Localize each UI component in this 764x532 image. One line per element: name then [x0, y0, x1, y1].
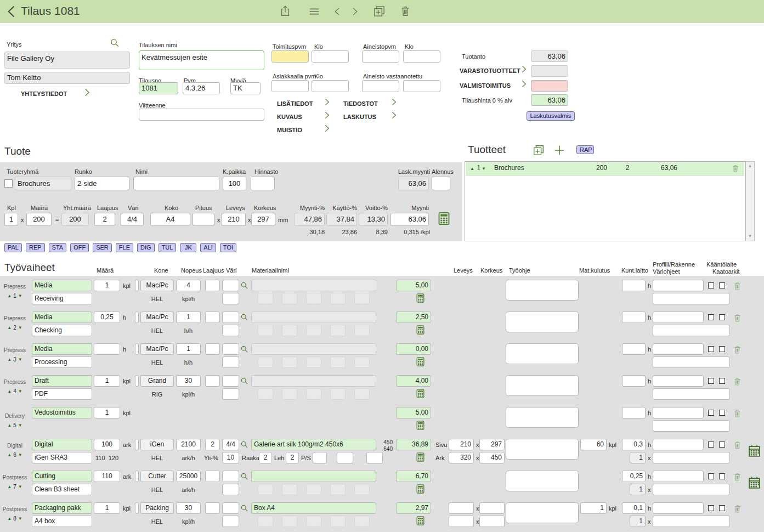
speed-field[interactable]: 1 — [176, 312, 201, 323]
task-name-field[interactable]: A4 box — [32, 516, 92, 527]
color-field[interactable]: 4/4 — [121, 213, 144, 226]
material-slot[interactable] — [258, 293, 273, 304]
material-slot[interactable] — [282, 293, 297, 304]
material-slot[interactable] — [354, 325, 370, 336]
row-trash-icon[interactable] — [733, 377, 742, 386]
material-field[interactable] — [251, 375, 376, 387]
material-field[interactable] — [251, 312, 376, 323]
material-usage-field[interactable]: 60 — [580, 439, 607, 450]
perfecting-checkbox[interactable] — [708, 314, 714, 320]
profile-field[interactable] — [653, 471, 704, 482]
task-field[interactable]: Vedostoimitus — [32, 407, 92, 418]
rap-button[interactable]: RAP — [576, 145, 594, 154]
extent-field[interactable] — [205, 471, 220, 482]
page-width-field[interactable] — [449, 502, 474, 514]
row-calculator-icon[interactable] — [415, 293, 426, 303]
material-usage-field[interactable]: 1 — [580, 502, 607, 514]
perfecting-checkbox[interactable] — [708, 410, 714, 416]
extra-field[interactable] — [337, 452, 353, 463]
back-icon[interactable] — [4, 4, 19, 19]
price-field[interactable]: 36,89 — [396, 439, 431, 450]
material-search-icon[interactable] — [240, 440, 248, 449]
new-window-icon[interactable] — [373, 5, 386, 18]
material-slot[interactable] — [282, 356, 297, 368]
row-calculator-icon[interactable] — [415, 516, 426, 526]
color-field[interactable] — [222, 343, 239, 355]
move-up-icon[interactable]: ▲ — [7, 389, 12, 394]
contact-field[interactable]: Tom Keltto — [4, 72, 130, 84]
setup-field[interactable] — [622, 343, 646, 355]
category-button-jk[interactable]: JK — [180, 243, 196, 252]
product-move-down-icon[interactable]: ▼ — [482, 166, 486, 171]
profile-field[interactable] — [653, 439, 704, 450]
product-group-field[interactable]: Brochures — [15, 177, 71, 190]
category-button-ali[interactable]: ALI — [200, 243, 216, 252]
qty-field[interactable]: 200 — [26, 213, 52, 226]
files-link[interactable]: TIEDOSTOT — [343, 100, 378, 107]
kpaikka-field[interactable]: 100 — [223, 177, 246, 190]
stock-products-chevron-icon[interactable] — [519, 65, 528, 73]
discount-field[interactable] — [432, 177, 450, 190]
product-list-row[interactable]: ▲ 1 ▼ Brochures 200 2 63,06 — [466, 162, 744, 176]
material-slot[interactable] — [258, 516, 273, 527]
material-slot[interactable] — [354, 293, 370, 304]
material-slot[interactable] — [258, 484, 273, 495]
task-name-field[interactable]: PDF — [32, 388, 92, 400]
material-field[interactable]: Box A4 — [251, 502, 376, 514]
setup-count-field[interactable]: 1 — [630, 452, 646, 463]
material-slot[interactable] — [258, 325, 273, 336]
machine-field[interactable]: iGen — [140, 439, 174, 450]
material-slot[interactable] — [282, 484, 297, 495]
material-field[interactable]: Galerie art silk 100g/m2 450x6 — [251, 439, 376, 450]
row-calculator-icon[interactable] — [415, 356, 426, 367]
description-link[interactable]: KUVAUS — [277, 114, 302, 120]
profile-field[interactable] — [653, 312, 704, 323]
move-down-icon[interactable]: ▼ — [18, 293, 22, 298]
task-name-field[interactable]: Receiving — [32, 293, 92, 304]
page-height-field[interactable] — [479, 502, 505, 514]
material-slot[interactable] — [282, 516, 297, 527]
divider-field[interactable] — [135, 375, 139, 387]
divider-field[interactable] — [135, 343, 139, 355]
extent-field[interactable] — [205, 375, 220, 387]
move-up-icon[interactable]: ▲ — [7, 484, 12, 489]
material-slot[interactable] — [330, 293, 346, 304]
turn-sheets-checkbox[interactable] — [719, 282, 725, 288]
divider-field[interactable] — [135, 502, 139, 514]
raw-field[interactable]: 2 — [259, 452, 272, 463]
sheet-height-field[interactable] — [479, 516, 505, 527]
row-trash-icon[interactable] — [733, 313, 742, 322]
order-date-field[interactable]: 4.3.26 — [183, 82, 220, 94]
material-slot[interactable] — [306, 516, 321, 527]
color-field[interactable]: 4/4 — [222, 439, 239, 450]
pricelist-field[interactable] — [251, 177, 275, 190]
duplicate-product-icon[interactable] — [533, 144, 545, 156]
billing-chevron-icon[interactable] — [389, 111, 398, 120]
row-calculator-icon[interactable] — [415, 388, 426, 399]
perfecting-checkbox[interactable] — [708, 473, 714, 479]
row-calculator-icon[interactable] — [415, 484, 426, 494]
material-search-icon[interactable] — [240, 504, 248, 512]
memo-chevron-icon[interactable] — [322, 124, 331, 133]
search-icon[interactable] — [110, 38, 120, 48]
row-trash-icon[interactable] — [733, 409, 742, 418]
color-sub-field[interactable] — [222, 356, 239, 368]
setup-field[interactable] — [622, 407, 646, 418]
product-move-up-icon[interactable]: ▲ — [470, 166, 474, 171]
machine-field[interactable]: Cutter — [140, 471, 174, 482]
height-field[interactable]: 297 — [251, 213, 275, 226]
color-instructions-field[interactable] — [653, 356, 730, 368]
delivery-date-field[interactable] — [271, 50, 309, 63]
instructions-field[interactable] — [506, 471, 579, 491]
ready-delivery-link[interactable]: VALMISTOIMITUS — [460, 82, 511, 89]
color-field[interactable] — [222, 375, 239, 387]
material-search-icon[interactable] — [240, 281, 248, 290]
qty-field[interactable]: 1 — [94, 407, 120, 418]
price-field[interactable]: 5,00 — [396, 280, 431, 291]
move-down-icon[interactable]: ▼ — [18, 389, 22, 394]
task-name-field[interactable]: Checking — [32, 325, 92, 336]
color-field[interactable] — [222, 312, 239, 323]
machine-field[interactable]: Mac/Pc — [140, 343, 174, 355]
material-slot[interactable] — [354, 516, 370, 527]
setup-count-field[interactable]: 1 — [630, 484, 646, 495]
